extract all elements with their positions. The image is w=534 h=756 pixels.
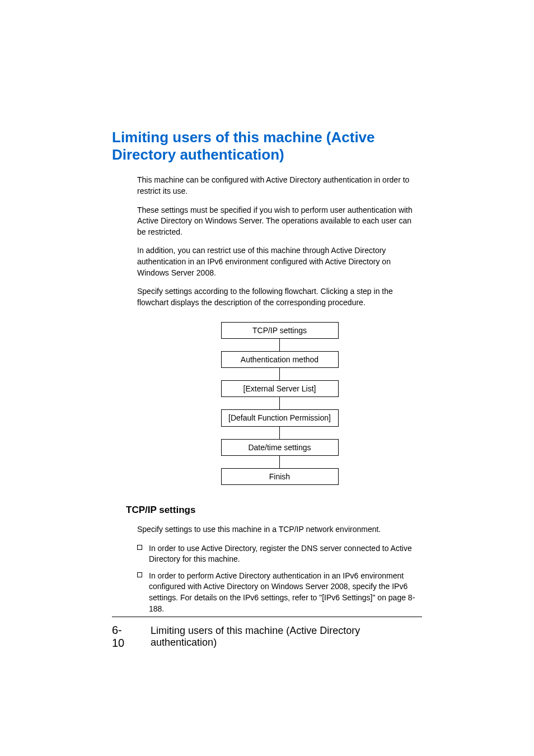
bullet-text: In order to use Active Directory, regist… xyxy=(149,543,422,565)
footer-title: Limiting users of this machine (Active D… xyxy=(151,625,422,648)
page-heading: Limiting users of this machine (Active D… xyxy=(112,129,422,164)
list-item: In order to use Active Directory, regist… xyxy=(137,543,422,565)
footer-content: 6-10 Limiting users of this machine (Act… xyxy=(112,624,422,650)
flowchart-connector xyxy=(279,397,280,409)
intro-paragraph-2: These settings must be specified if you … xyxy=(137,205,422,238)
intro-paragraph-1: This machine can be configured with Acti… xyxy=(137,175,422,197)
flowchart-step-tcpip[interactable]: TCP/IP settings xyxy=(221,322,339,339)
page-footer: 6-10 Limiting users of this machine (Act… xyxy=(112,617,422,650)
flowchart-connector xyxy=(279,427,280,439)
flowchart-connector xyxy=(279,339,280,351)
flowchart-connector xyxy=(279,456,280,468)
square-bullet-icon xyxy=(137,545,142,550)
page-number: 6-10 xyxy=(112,624,134,650)
flowchart-container: TCP/IP settings Authentication method [E… xyxy=(137,322,422,485)
list-item: In order to perform Active Directory aut… xyxy=(137,571,422,614)
intro-paragraph-4: Specify settings according to the follow… xyxy=(137,286,422,308)
flowchart-step-auth-method[interactable]: Authentication method xyxy=(221,351,339,368)
section-heading-tcpip: TCP/IP settings xyxy=(126,505,422,516)
flowchart-step-default-permission[interactable]: [Default Function Permission] xyxy=(221,409,339,427)
footer-divider xyxy=(112,617,422,617)
intro-paragraph-3: In addition, you can restrict use of thi… xyxy=(137,245,422,278)
flowchart-step-finish[interactable]: Finish xyxy=(221,468,339,485)
flowchart-step-datetime[interactable]: Date/time settings xyxy=(221,439,339,456)
bullet-text: In order to perform Active Directory aut… xyxy=(149,571,422,614)
square-bullet-icon xyxy=(137,572,142,577)
flowchart-connector xyxy=(279,368,280,380)
flowchart-step-external-server[interactable]: [External Server List] xyxy=(221,380,339,397)
bullet-list: In order to use Active Directory, regist… xyxy=(137,543,422,615)
section-intro-text: Specify settings to use this machine in … xyxy=(137,524,422,535)
